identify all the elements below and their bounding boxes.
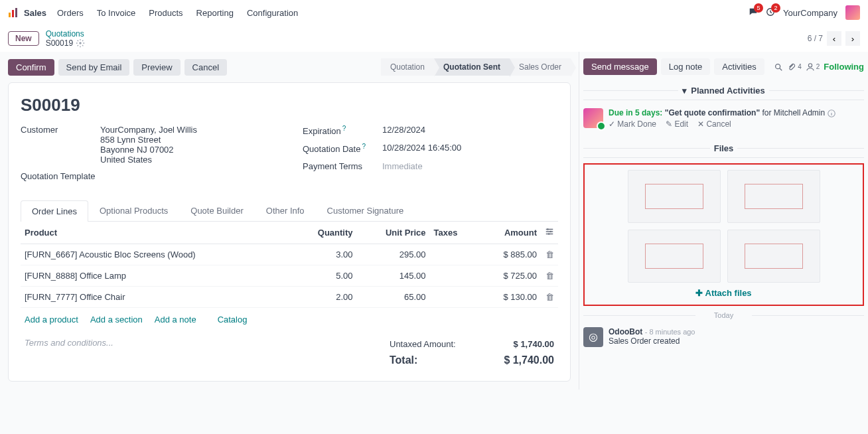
add-section-link[interactable]: Add a section [90,315,143,325]
topbar: Sales Orders To Invoice Products Reporti… [0,0,868,25]
catalog-link[interactable]: Catalog [218,315,248,325]
delete-line-icon[interactable]: 🗑 [545,292,554,302]
preview-button[interactable]: Preview [133,59,180,76]
cell-quantity[interactable]: 3.00 [291,244,356,265]
step-sales-order[interactable]: Sales Order [510,58,571,76]
confirm-button[interactable]: Confirm [8,59,54,76]
cancel-button[interactable]: Cancel [184,59,227,76]
tab-quote-builder[interactable]: Quote Builder [179,200,255,221]
send-message-button[interactable]: Send message [583,58,657,75]
quotation-date-field[interactable]: 10/28/2024 16:45:00 [382,143,558,154]
help-icon[interactable]: ? [362,143,366,150]
tab-order-lines[interactable]: Order Lines [21,200,88,222]
label-payment-terms: Payment Terms [303,161,382,171]
chatter: Send message Log note Activities 4 2 Fol… [579,52,868,390]
log-time: - 8 minutes ago [645,328,695,336]
form-card: S00019 Customer YourCompany, Joel Willis… [8,82,571,382]
tab-customer-signature[interactable]: Customer Signature [316,200,415,221]
log-note-button[interactable]: Log note [661,58,711,75]
activity-avatar [583,108,603,128]
paperclip-icon [787,62,796,72]
send-email-button[interactable]: Send by Email [58,59,130,76]
expiration-field[interactable]: 12/28/2024 [382,125,558,136]
breadcrumb-current: S00019 [46,38,808,48]
step-quotation[interactable]: Quotation [381,58,434,76]
file-thumbnail[interactable] [727,230,820,283]
svg-point-7 [548,233,550,235]
pager: 6 / 7 ‹ › [808,31,860,46]
cell-product[interactable]: [FURN_7777] Office Chair [21,287,291,308]
activities-button[interactable]: Activities [714,58,764,75]
mark-done-button[interactable]: ✓ Mark Done [609,119,656,129]
planned-activities-header[interactable]: ▾Planned Activities [583,82,864,100]
untaxed-label: Untaxed Amount: [390,339,456,349]
payment-terms-field[interactable]: Immediate [382,161,423,171]
user-avatar[interactable] [845,5,860,20]
label-customer: Customer [21,125,100,165]
total-label: Total: [390,354,417,366]
followers-count[interactable]: 2 [806,62,820,72]
company-switcher[interactable]: YourCompany [783,8,837,18]
cell-quantity[interactable]: 5.00 [291,265,356,287]
search-icon[interactable] [774,62,783,72]
file-thumbnail[interactable] [727,170,820,223]
activity-title: "Get quote confirmation" [665,108,760,117]
cell-taxes[interactable] [430,265,478,287]
add-note-link[interactable]: Add a note [155,315,196,325]
tab-optional-products[interactable]: Optional Products [88,200,179,221]
cell-taxes[interactable] [430,244,478,265]
attach-files-button[interactable]: ✚ Attach files [590,283,857,299]
app-logo-icon [8,7,19,18]
gear-icon[interactable] [76,38,85,48]
step-quotation-sent[interactable]: Quotation Sent [434,58,510,76]
status-steps: Quotation Quotation Sent Sales Order [381,58,571,76]
totals: Untaxed Amount: $ 1,740.00 Total: $ 1,74… [386,336,558,369]
cell-unit-price[interactable]: 145.00 [357,265,430,287]
cell-quantity[interactable]: 2.00 [291,287,356,308]
help-icon[interactable]: ? [342,125,346,132]
app-name[interactable]: Sales [24,8,46,18]
delete-line-icon[interactable]: 🗑 [545,271,554,281]
chat-icon[interactable]: 5 [749,7,758,19]
following-toggle[interactable]: Following [824,62,864,72]
tab-other-info[interactable]: Other Info [255,200,316,221]
col-amount: Amount [478,222,541,244]
table-row[interactable]: [FURN_6667] Acoustic Bloc Screens (Wood)… [21,244,558,265]
svg-point-8 [776,64,780,68]
activity-clock-icon[interactable]: 2 [766,7,775,19]
total-amount: $ 1,740.00 [504,354,554,366]
today-separator: Today [583,306,864,325]
label-quotation-date: Quotation Date? [303,143,382,154]
customer-field[interactable]: YourCompany, Joel Willis 858 Lynn Street… [100,125,276,165]
nav-reporting[interactable]: Reporting [196,8,234,18]
cell-unit-price[interactable]: 295.00 [357,244,430,265]
nav-configuration[interactable]: Configuration [247,8,298,18]
delete-line-icon[interactable]: 🗑 [545,250,554,259]
pager-prev[interactable]: ‹ [827,31,841,46]
file-thumbnail[interactable] [628,170,721,223]
table-row[interactable]: [FURN_8888] Office Lamp 5.00 145.00 $ 72… [21,265,558,287]
cell-unit-price[interactable]: 65.00 [357,287,430,308]
breadcrumb-parent[interactable]: Quotations [46,29,808,38]
nav-orders[interactable]: Orders [57,8,84,18]
columns-settings-icon[interactable] [545,227,554,236]
col-unit-price: Unit Price [357,222,430,244]
pager-next[interactable]: › [845,31,860,46]
edit-activity-button[interactable]: ✎ Edit [666,119,688,129]
nav-products[interactable]: Products [149,8,182,18]
table-row[interactable]: [FURN_7777] Office Chair 2.00 65.00 $ 13… [21,287,558,308]
file-thumbnail[interactable] [628,230,721,283]
cell-product[interactable]: [FURN_6667] Acoustic Bloc Screens (Wood) [21,244,291,265]
cell-product[interactable]: [FURN_8888] Office Lamp [21,265,291,287]
cell-taxes[interactable] [430,287,478,308]
nav-to-invoice[interactable]: To Invoice [97,8,136,18]
cancel-activity-button[interactable]: ✕ Cancel [697,119,731,129]
attachments-count[interactable]: 4 [787,62,802,72]
terms-input[interactable]: Terms and conditions... [21,331,386,369]
files-header: Files [583,139,864,158]
line-actions: Add a product Add a section Add a note C… [21,308,558,331]
quotation-template-field[interactable] [100,171,276,181]
add-product-link[interactable]: Add a product [25,315,78,325]
info-icon[interactable] [827,109,836,118]
new-button[interactable]: New [8,31,39,46]
